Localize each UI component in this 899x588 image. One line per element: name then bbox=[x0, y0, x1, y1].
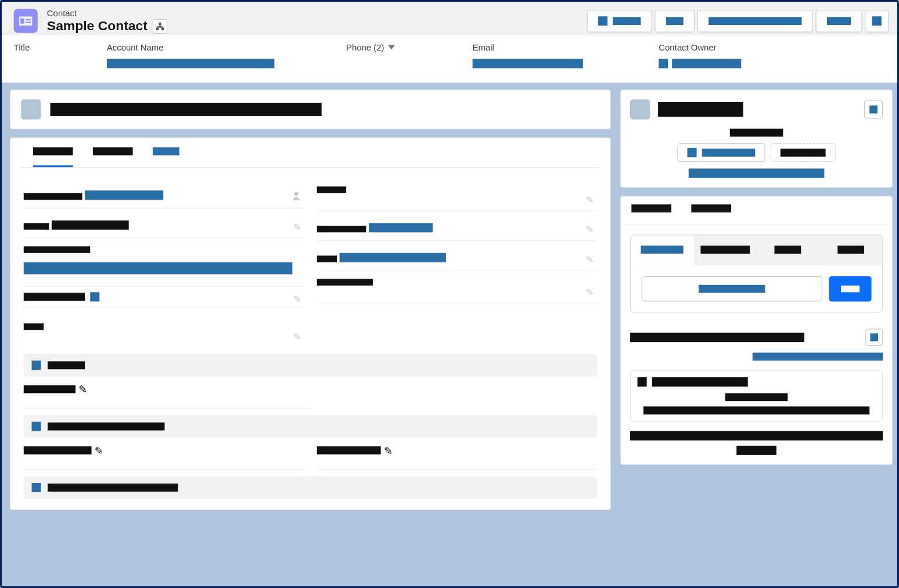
field-left-1 bbox=[24, 179, 304, 209]
hierarchy-icon[interactable] bbox=[292, 191, 301, 202]
edit-icon[interactable]: ✎ bbox=[95, 445, 103, 456]
record-title: Sample Contact bbox=[47, 19, 148, 34]
field-label bbox=[317, 446, 381, 454]
main-header-icon bbox=[21, 99, 41, 119]
edit-icon[interactable]: ✎ bbox=[586, 194, 594, 205]
publisher-tab-1[interactable] bbox=[631, 235, 693, 266]
header-action-2[interactable] bbox=[655, 10, 695, 33]
detail-tab-3[interactable] bbox=[153, 147, 179, 167]
side-card-1-footer-link[interactable] bbox=[689, 168, 825, 178]
publisher-tab-2[interactable] bbox=[693, 235, 756, 266]
hierarchy-button[interactable] bbox=[153, 19, 167, 33]
publisher-submit-button[interactable] bbox=[829, 276, 871, 302]
field-left-3 bbox=[24, 239, 304, 287]
header-action-4[interactable] bbox=[815, 10, 862, 33]
field-label bbox=[24, 193, 82, 200]
highlights-panel: Title Account Name Phone (2) Email Conta… bbox=[2, 34, 899, 83]
header-action-1[interactable] bbox=[587, 10, 652, 33]
side-card-1 bbox=[620, 89, 893, 187]
field-value-link[interactable] bbox=[24, 262, 293, 275]
edit-icon[interactable]: ✎ bbox=[586, 225, 594, 235]
owner-avatar-icon bbox=[659, 59, 668, 68]
field-value bbox=[52, 221, 129, 230]
hl-account-value[interactable] bbox=[107, 59, 275, 68]
field-label bbox=[317, 279, 373, 285]
hl-account-label: Account Name bbox=[107, 42, 306, 52]
field-value-link[interactable] bbox=[340, 253, 446, 262]
svg-rect-2 bbox=[26, 19, 31, 20]
side-tab-2[interactable] bbox=[691, 204, 731, 224]
detail-section-1-header[interactable] bbox=[24, 354, 597, 377]
field-value-link[interactable] bbox=[369, 223, 433, 232]
publisher-tab-3[interactable] bbox=[757, 235, 819, 266]
hl-owner-value[interactable] bbox=[672, 59, 741, 68]
field-label bbox=[317, 255, 337, 262]
side-card-1-menu[interactable] bbox=[864, 100, 883, 118]
field-left-2: ✎ bbox=[24, 208, 304, 239]
svg-rect-4 bbox=[159, 22, 161, 25]
edit-icon[interactable]: ✎ bbox=[293, 294, 301, 304]
hl-email-label: Email bbox=[473, 42, 619, 52]
field-label bbox=[24, 385, 75, 394]
field-value-link[interactable] bbox=[85, 190, 164, 200]
field-right-1: ✎ bbox=[317, 179, 597, 211]
detail-tab-1[interactable] bbox=[33, 147, 73, 167]
main-header-card bbox=[10, 89, 611, 129]
header-action-3[interactable] bbox=[697, 10, 813, 33]
side-tab-1[interactable] bbox=[631, 204, 671, 224]
side-card-1-pill-2[interactable] bbox=[771, 143, 836, 162]
section-1-field: ✎ bbox=[24, 377, 310, 409]
svg-rect-6 bbox=[161, 27, 164, 30]
chevron-down-icon[interactable] bbox=[388, 45, 394, 49]
hl-title-label: Title bbox=[14, 42, 67, 52]
feed-item-line2 bbox=[643, 406, 869, 414]
field-right-4: ✎ bbox=[317, 271, 597, 304]
side-card-1-sub bbox=[730, 129, 783, 137]
detail-tab-2[interactable] bbox=[93, 147, 133, 167]
section-2-field-right: ✎ bbox=[317, 438, 597, 470]
field-trailing-icon[interactable] bbox=[90, 292, 99, 301]
side-card-1-title bbox=[658, 102, 743, 117]
edit-icon[interactable]: ✎ bbox=[586, 287, 594, 297]
publisher-tab-4[interactable] bbox=[819, 235, 882, 266]
side-card-1-pill-1[interactable] bbox=[677, 143, 765, 162]
field-right-3: ✎ bbox=[317, 241, 597, 271]
field-right-2: ✎ bbox=[317, 211, 597, 241]
hl-email-value[interactable] bbox=[473, 59, 583, 68]
edit-icon[interactable]: ✎ bbox=[293, 222, 301, 232]
feed-footer-1 bbox=[630, 431, 883, 441]
header-actions bbox=[587, 10, 889, 33]
publisher-input[interactable] bbox=[641, 276, 822, 302]
field-label bbox=[317, 186, 346, 193]
svg-rect-5 bbox=[156, 27, 159, 30]
feed-item-1 bbox=[630, 370, 883, 421]
edit-icon[interactable]: ✎ bbox=[293, 331, 301, 342]
feed-item-title bbox=[652, 377, 748, 387]
edit-icon[interactable]: ✎ bbox=[586, 254, 594, 265]
side-card-1-icon bbox=[630, 99, 650, 119]
hl-owner-label: Contact Owner bbox=[659, 42, 741, 52]
edit-icon[interactable]: ✎ bbox=[78, 384, 87, 395]
main-header-title bbox=[51, 103, 322, 116]
feed-footer-2[interactable] bbox=[736, 446, 776, 455]
field-label bbox=[24, 246, 91, 252]
feed-filter-menu[interactable] bbox=[865, 329, 883, 346]
field-label bbox=[24, 223, 49, 229]
field-left-4: ✎ bbox=[24, 287, 304, 307]
edit-icon[interactable]: ✎ bbox=[384, 445, 393, 456]
object-type-label: Contact bbox=[47, 8, 167, 18]
activity-publisher bbox=[630, 235, 883, 313]
feed-filter-link[interactable] bbox=[753, 353, 883, 361]
detail-section-2-header[interactable] bbox=[24, 415, 597, 438]
field-label bbox=[24, 323, 44, 330]
field-label bbox=[24, 293, 85, 301]
record-header: Contact Sample Contact bbox=[2, 2, 899, 34]
side-card-2 bbox=[620, 196, 893, 465]
detail-tabs bbox=[21, 138, 599, 168]
detail-section-3-header[interactable] bbox=[24, 477, 597, 499]
section-2-field-left: ✎ bbox=[24, 438, 304, 470]
hl-phone-label: Phone (2) bbox=[346, 42, 384, 52]
header-action-more[interactable] bbox=[865, 10, 889, 33]
svg-rect-3 bbox=[26, 21, 31, 23]
svg-rect-8 bbox=[157, 26, 163, 27]
